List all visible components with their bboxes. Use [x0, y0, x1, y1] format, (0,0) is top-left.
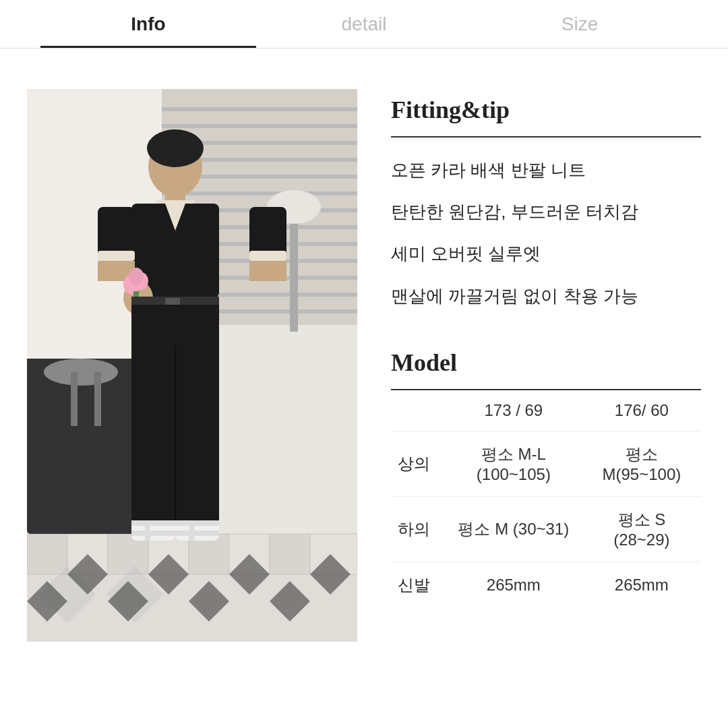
svg-rect-66 — [131, 530, 175, 536]
svg-rect-38 — [71, 372, 78, 426]
info-panel: Fitting&tip 오픈 카라 배색 반팔 니트 탄탄한 원단감, 부드러운… — [391, 89, 701, 608]
fitting-divider — [391, 136, 701, 138]
model-title: Model — [391, 348, 701, 377]
fitting-tips-list: 오픈 카라 배색 반팔 니트 탄탄한 원단감, 부드러운 터치감 세미 오버핏 … — [391, 158, 701, 309]
product-image — [27, 89, 357, 642]
tip-4: 맨살에 까끌거림 없이 착용 가능 — [391, 284, 701, 308]
svg-rect-22 — [270, 534, 310, 574]
svg-rect-39 — [94, 372, 101, 426]
table-header-row: 173 / 69 176/ 60 — [391, 390, 701, 431]
tip-2: 탄탄한 원단감, 부드러운 터치감 — [391, 200, 701, 224]
row-label-bottom: 하의 — [391, 496, 445, 562]
tab-detail-label: detail — [342, 13, 387, 35]
svg-point-37 — [44, 359, 118, 386]
table-row: 신발 265mm 265mm — [391, 562, 701, 608]
row-bottom-col1: 평소 M (30~31) — [445, 496, 582, 562]
fitting-section: Fitting&tip 오픈 카라 배색 반팔 니트 탄탄한 원단감, 부드러운… — [391, 96, 701, 342]
tip-1: 오픈 카라 배색 반팔 니트 — [391, 158, 701, 182]
col-header-1: 173 / 69 — [445, 390, 582, 431]
svg-rect-67 — [175, 520, 219, 526]
svg-rect-53 — [249, 261, 286, 281]
row-bottom-col2: 평소 S (28~29) — [582, 496, 701, 562]
row-label-shoes: 신발 — [391, 562, 445, 608]
svg-point-57 — [129, 268, 144, 285]
main-content: Fitting&tip 오픈 카라 배색 반팔 니트 탄탄한 원단감, 부드러운… — [0, 49, 728, 669]
row-top-col1: 평소 M-L (100~105) — [445, 431, 582, 496]
row-shoes-col2: 265mm — [582, 562, 701, 608]
row-top-col2: 평소 M(95~100) — [582, 431, 701, 496]
row-shoes-col1: 265mm — [445, 562, 582, 608]
model-table: 173 / 69 176/ 60 상의 평소 M-L (100~105) 평소 … — [391, 390, 701, 608]
col-header-2: 176/ 60 — [582, 390, 701, 431]
tab-detail[interactable]: detail — [256, 0, 472, 48]
svg-point-43 — [147, 129, 204, 167]
svg-rect-50 — [98, 251, 135, 261]
svg-rect-69 — [145, 520, 150, 541]
tab-info-label: Info — [131, 13, 165, 35]
col-header-label — [391, 390, 445, 431]
tab-info[interactable]: Info — [40, 0, 256, 48]
row-label-top: 상의 — [391, 431, 445, 496]
svg-rect-70 — [189, 520, 194, 541]
tab-size-label: Size — [562, 13, 598, 35]
svg-rect-65 — [131, 520, 175, 526]
table-row: 하의 평소 M (30~31) 평소 S (28~29) — [391, 496, 701, 562]
svg-rect-16 — [27, 534, 67, 574]
fitting-title: Fitting&tip — [391, 96, 701, 124]
svg-rect-51 — [249, 251, 286, 261]
svg-rect-68 — [175, 530, 219, 536]
tip-3: 세미 오버핏 실루엣 — [391, 241, 701, 266]
tab-navigation: Info detail Size — [0, 0, 728, 49]
table-row: 상의 평소 M-L (100~105) 평소 M(95~100) — [391, 431, 701, 496]
svg-rect-40 — [290, 210, 298, 332]
tab-size[interactable]: Size — [472, 0, 688, 48]
model-section: Model 173 / 69 176/ 60 상의 평소 M-L (100~10… — [391, 348, 701, 608]
